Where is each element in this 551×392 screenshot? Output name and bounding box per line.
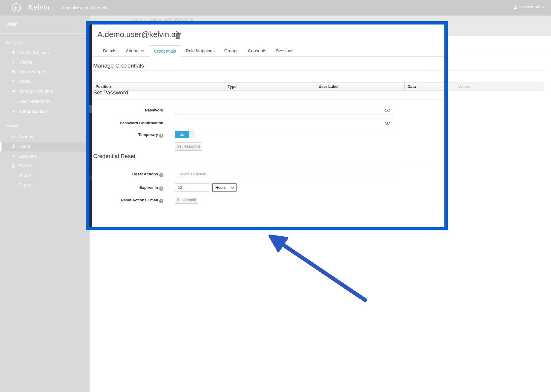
- tab-attributes[interactable]: Attributes: [121, 45, 149, 57]
- chevron-down-icon: [231, 186, 234, 189]
- credentials-table-header: Position Type User Label Data: [93, 82, 444, 91]
- expires-in-input[interactable]: [175, 183, 209, 192]
- show-password-button[interactable]: [382, 106, 393, 114]
- sidebar-section-manage: Manage: [5, 123, 19, 128]
- sidebar-item-events[interactable]: ▦ Events: [0, 161, 90, 171]
- temporary-label: Temporary?: [89, 132, 163, 138]
- clock-icon: ◷: [11, 154, 16, 158]
- password-field[interactable]: [175, 106, 382, 114]
- toggle-handle: [189, 131, 194, 138]
- sidebar-item-client-scopes[interactable]: ⊞ Client Scopes: [0, 67, 90, 77]
- eye-icon: [385, 109, 390, 112]
- exchange-icon: ⇄: [11, 89, 16, 93]
- sidebar-item-users[interactable]: Users: [0, 142, 90, 151]
- sidebar-item-groups[interactable]: ⁂ Groups: [0, 132, 90, 142]
- password-confirmation-field[interactable]: [175, 119, 382, 127]
- sidebar-item-export[interactable]: ↥ Export: [0, 180, 90, 190]
- show-password-confirmation-button[interactable]: [382, 119, 393, 127]
- top-navbar: K Kelvin Administration Console Richard …: [0, 0, 551, 16]
- tab-groups[interactable]: Groups: [220, 45, 243, 57]
- cubes-icon: ⊞: [11, 69, 16, 74]
- expires-in-label: Expires In?: [89, 185, 163, 191]
- list-icon: ≡: [11, 79, 16, 83]
- help-icon: ?: [159, 186, 163, 191]
- tab-credentials[interactable]: Credentials: [149, 45, 181, 57]
- tab-details[interactable]: Details: [98, 45, 121, 57]
- import-icon: ↧: [11, 173, 16, 177]
- sidebar: Kelvin Configure ⚙ Realm Settings ⬡ Clie…: [0, 16, 90, 392]
- manage-credentials-heading: Manage Credentials: [93, 62, 144, 69]
- credential-reset-heading: Credential Reset: [93, 153, 136, 160]
- sidebar-item-clients[interactable]: ⬡ Clients: [0, 57, 90, 67]
- sidebar-item-realm-settings[interactable]: ⚙ Realm Settings: [0, 48, 90, 58]
- password-confirmation-label: Password Confirmation: [89, 121, 163, 125]
- set-password-button[interactable]: Set Password: [175, 142, 202, 151]
- tab-role-mappings[interactable]: Role Mappings: [181, 45, 220, 57]
- reset-actions-email-label: Reset Actions Email?: [89, 198, 163, 203]
- brand-name: Kelvin: [28, 3, 50, 11]
- user-name: Richard Teo: [520, 5, 540, 9]
- sidebar-section-configure: Configure: [5, 40, 22, 45]
- divider: [454, 82, 454, 91]
- tab-consents[interactable]: Consents: [243, 45, 271, 57]
- reset-actions-label: Reset Actions?: [89, 172, 163, 177]
- divider: [93, 164, 444, 164]
- tab-sessions[interactable]: Sessions: [271, 45, 298, 57]
- cube-icon: ⬡: [11, 60, 16, 64]
- breadcrumb: Users » A.demo.user@kelvin.ai: [131, 17, 193, 21]
- app-title: Administration Console: [61, 5, 107, 10]
- sidebar-item-authentication[interactable]: ◈ Authentication: [0, 107, 90, 117]
- divider: [93, 99, 444, 99]
- expires-in-unit-select[interactable]: Hours: [212, 183, 237, 192]
- credentials-table-actions-remnant: Actions: [448, 82, 544, 91]
- eye-icon: [385, 122, 390, 125]
- user-tabs: Details Attributes Credentials Role Mapp…: [98, 45, 298, 57]
- sidebar-item-user-federation[interactable]: ☰ User Federation: [0, 97, 90, 106]
- user-icon: [11, 144, 16, 149]
- delete-user-icon[interactable]: [175, 32, 181, 39]
- divider: [448, 71, 544, 71]
- sidebar-item-sessions[interactable]: ◷ Sessions: [0, 151, 90, 161]
- realm-name: Kelvin: [5, 22, 18, 27]
- help-icon: ?: [159, 173, 163, 177]
- groups-icon: ⁂: [11, 134, 16, 139]
- send-email-button[interactable]: Send email: [175, 196, 198, 204]
- password-label: Password: [89, 108, 163, 112]
- lock-icon: ◈: [11, 109, 16, 114]
- help-icon: ?: [159, 199, 163, 203]
- toggle-on-label: ON: [175, 131, 189, 138]
- chevron-down-icon: [542, 5, 545, 8]
- sidebar-item-identity-providers[interactable]: ⇄ Identity Providers: [0, 86, 90, 96]
- temporary-toggle[interactable]: ON: [175, 131, 194, 138]
- brand-logo-icon: K: [12, 3, 21, 12]
- settings-icon: ⚙: [11, 50, 16, 55]
- user-menu[interactable]: Richard Teo: [514, 5, 544, 9]
- table-header-data: Data: [404, 82, 444, 91]
- reset-actions-select[interactable]: Select an action...: [175, 170, 397, 178]
- screen: K Kelvin Administration Console Richard …: [0, 0, 551, 392]
- user-icon: [514, 5, 518, 9]
- sidebar-item-import[interactable]: ↧ Import: [0, 171, 90, 180]
- page-title: A.demo.user@kelvin.ai: [97, 30, 177, 39]
- sidebar-edge-strip: [89, 24, 92, 227]
- export-icon: ↥: [11, 183, 16, 187]
- table-header-actions: Actions: [457, 84, 472, 89]
- table-header-user-label: User Label: [316, 82, 405, 91]
- table-header-type: Type: [225, 82, 315, 91]
- divider: [448, 55, 544, 55]
- highlight-box: A.demo.user@kelvin.ai Details Attributes…: [86, 21, 448, 230]
- database-icon: ☰: [11, 99, 16, 103]
- calendar-icon: ▦: [11, 163, 16, 168]
- realm-selector[interactable]: Kelvin: [0, 16, 90, 33]
- sidebar-item-roles[interactable]: ≡ Roles: [0, 76, 90, 86]
- divider: [93, 71, 444, 71]
- chevron-down-icon: [71, 22, 74, 25]
- set-password-heading: Set Password: [93, 89, 128, 96]
- annotation-arrow-icon: [263, 230, 373, 308]
- help-icon: ?: [159, 134, 163, 138]
